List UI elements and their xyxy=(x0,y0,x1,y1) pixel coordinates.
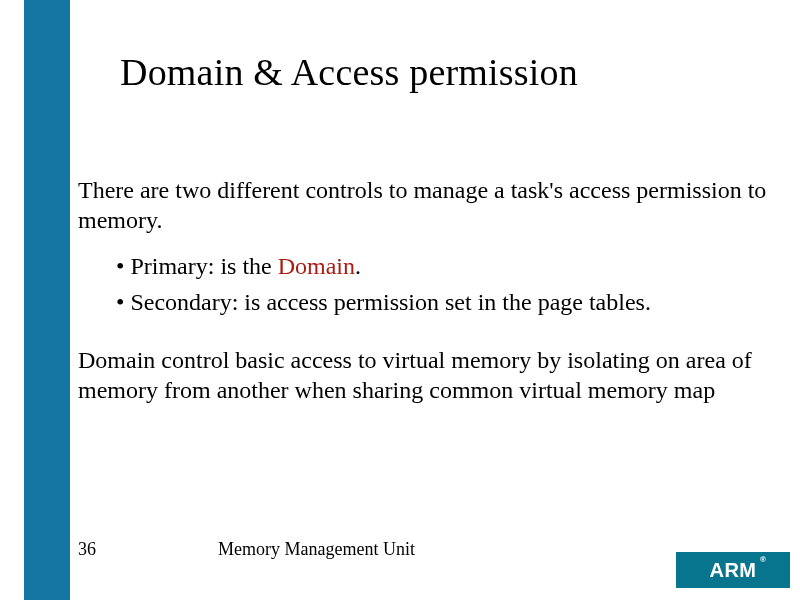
logo-text: ARM ® xyxy=(709,559,756,582)
bullet-text: • Primary: is the xyxy=(116,253,278,279)
list-item: • Primary: is the Domain. xyxy=(116,251,770,281)
intro-paragraph: There are two different controls to mana… xyxy=(78,175,770,235)
list-item: • Secondary: is access permission set in… xyxy=(116,287,770,317)
paragraph: Domain control basic access to virtual m… xyxy=(78,345,770,405)
bullet-text: • Secondary: is access permission set in… xyxy=(116,289,651,315)
page-number: 36 xyxy=(78,539,218,560)
bullet-list: • Primary: is the Domain. • Secondary: i… xyxy=(116,251,770,317)
arm-logo: ARM ® xyxy=(676,552,790,588)
slide-title: Domain & Access permission xyxy=(0,50,800,94)
logo-label: ARM xyxy=(709,559,756,581)
registered-mark-icon: ® xyxy=(760,555,766,564)
slide: Domain & Access permission There are two… xyxy=(0,0,800,600)
bullet-text-suffix: . xyxy=(355,253,361,279)
bullet-highlight: Domain xyxy=(278,253,355,279)
slide-body: There are two different controls to mana… xyxy=(78,175,770,405)
slide-footer: 36 Memory Management Unit xyxy=(78,526,780,572)
